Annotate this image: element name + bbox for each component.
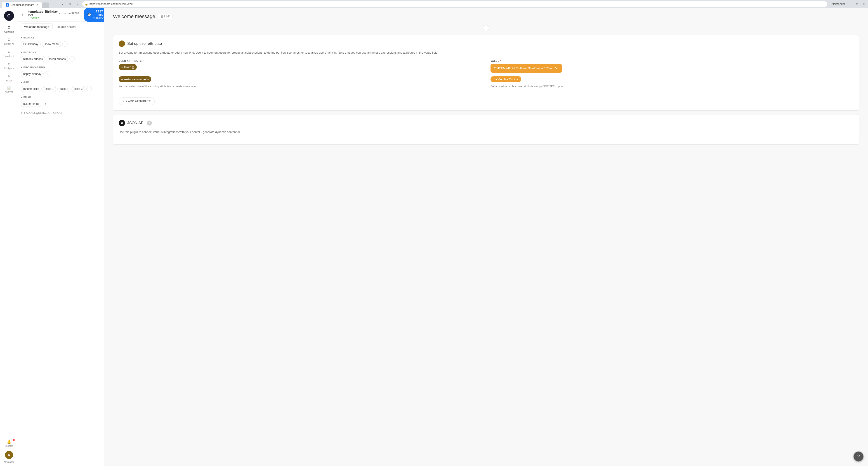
value1-tag[interactable]: 264219e7d1c9276d0bead94e40eabe7820ecd7ef (491, 64, 562, 72)
add-broadcast-btn[interactable]: + (45, 71, 51, 77)
sidebar-user-label: Alexander (4, 461, 14, 463)
browser-chrome: C Chatfuel dashboard ✕ ‹ › ↻ ⌂ 🔒 https:/… (0, 0, 868, 8)
value2-tag[interactable]: La Vecchia Cucina (491, 76, 521, 82)
sequences-panel: ▾ BLOCKS Set-Birthday show-menu + ▾ BUTT… (18, 32, 104, 466)
attr2-field-group: {{ restaurant-name }} You can select one… (119, 76, 482, 88)
attr1-tag[interactable]: {{ token }} (119, 64, 137, 70)
button-birthday-buttons[interactable]: birthday-buttons (21, 56, 45, 62)
email-chevron-icon: ▾ (21, 96, 22, 99)
grow-icon: ✎ (7, 74, 10, 79)
bot-name-row: templates_Birthday bot ▾ m.me/92786... (28, 10, 81, 17)
automate-icon: ⚙ (7, 25, 11, 30)
middle-panel: ‹ templates_Birthday bot ▾ m.me/92786...… (18, 8, 104, 466)
app-logo[interactable]: C (4, 11, 14, 21)
link-btn-label: LINK (164, 15, 170, 18)
link-btn[interactable]: ⛓ LINK (158, 14, 173, 19)
gif-random-cake[interactable]: random-cake (21, 86, 41, 92)
card-description: Set a value for an existing user attribu… (119, 51, 853, 55)
gif-cake-3[interactable]: cake-3 (72, 86, 85, 92)
json-api-icon: ◉ (119, 120, 125, 126)
chat-widget-icon: ? (857, 454, 860, 459)
sidebar-item-analyze-label: Analyze (5, 91, 13, 93)
window-controls: ─ □ ✕ (848, 2, 866, 6)
minimize-btn[interactable]: ─ (848, 2, 853, 6)
broadcasting-section-header[interactable]: ▾ BROADCASTING (21, 65, 101, 70)
sidebar-item-grow-label: Grow (6, 79, 12, 82)
card-divider (119, 92, 853, 92)
add-sequence-label: + ADD SEQUENCE OR GROUP (24, 111, 63, 114)
forward-browser-btn[interactable]: › (59, 1, 66, 7)
sidebar-item-broadcast-label: Broadcast (4, 55, 14, 57)
user-attr-icon: i (119, 40, 125, 47)
sidebar-item-broadcast[interactable]: ⚙ Broadcast (1, 48, 17, 59)
button-menu-buttons[interactable]: menu-buttons (46, 56, 68, 62)
gifs-chevron-icon: ▾ (21, 81, 22, 84)
add-attribute-btn[interactable]: + + ADD ATTRIBUTE (119, 97, 155, 105)
gifs-section-header[interactable]: ▾ GIFS (21, 80, 101, 85)
value2-field-group: La Vecchia Cucina Set any value or clear… (491, 76, 853, 88)
main-header: Welcome message ⛓ LINK (104, 8, 868, 23)
home-browser-btn[interactable]: ⌂ (74, 1, 80, 7)
email-section-header[interactable]: ▾ EMAIL (21, 94, 101, 100)
page-title: Welcome message (113, 13, 155, 20)
tab-welcome-message[interactable]: Welcome message (21, 24, 53, 30)
nav-tabs: Welcome message Default answer (18, 22, 104, 32)
broadcast-happy-birthday[interactable]: happy-birthday (21, 71, 43, 77)
block-set-birthday[interactable]: Set-Birthday (21, 41, 41, 47)
chat-widget-btn[interactable]: ? (854, 452, 864, 462)
blocks-chevron-icon: ▾ (21, 36, 22, 39)
app: C ⚙ Automate ⚙ Set Up AI ⚙ Broadcast ⚙ C… (0, 8, 868, 466)
user-attr-label: USER ATTRIBUTE * (119, 59, 482, 62)
sidebar-item-updates[interactable]: 🔔 Updates (1, 438, 17, 449)
add-content-btn[interactable]: + (483, 25, 489, 31)
value-hint: Set any value or clear user attribute us… (491, 85, 853, 88)
email-ask-for-email[interactable]: ask-for-email (21, 101, 41, 107)
add-attr-label: + ADD ATTRIBUTE (126, 99, 151, 103)
add-button-btn[interactable]: + (69, 56, 75, 61)
test-btn-icon: 💬 (88, 13, 91, 17)
blocks-section-header[interactable]: ▾ BLOCKS (21, 35, 101, 40)
inactive-tab[interactable] (42, 2, 49, 8)
sidebar-bottom: 🔔 Updates A Alexander (1, 438, 17, 463)
updates-icon: 🔔 (7, 440, 11, 444)
back-btn[interactable]: ‹ (22, 13, 23, 17)
gifs-items: random-cake cake-1 cake-2 cake-3 + (21, 85, 101, 93)
sidebar-item-automate[interactable]: ⚙ Automate (1, 24, 17, 35)
tab-label: Chatfuel dashboard (11, 3, 34, 6)
bot-info: templates_Birthday bot ▾ m.me/92786... ✓… (28, 10, 81, 20)
address-bar[interactable]: 🔒 https://dashboard.chatfuel.com/#/bot (82, 1, 828, 7)
add-email-btn[interactable]: + (43, 101, 48, 106)
gif-cake-2[interactable]: cake-2 (57, 86, 70, 92)
main-content: Welcome message ⛓ LINK + i Set up user a… (104, 8, 868, 466)
link-icon: ⛓ (160, 15, 163, 18)
browser-tabs: C Chatfuel dashboard ✕ (2, 0, 49, 8)
buttons-section-header[interactable]: ▾ BUTTONS (21, 50, 101, 55)
tab-default-answer[interactable]: Default answer (53, 24, 80, 30)
add-gif-btn[interactable]: + (86, 86, 92, 91)
gifs-header-label: GIFS (24, 81, 30, 84)
user-avatar[interactable]: A (5, 451, 13, 459)
active-tab[interactable]: C Chatfuel dashboard ✕ (2, 2, 42, 8)
sidebar-item-grow[interactable]: ✎ Grow (1, 72, 17, 84)
reload-browser-btn[interactable]: ↻ (66, 1, 73, 7)
json-api-help-btn[interactable]: ? (147, 121, 152, 125)
url-text: https://dashboard.chatfuel.com/#/bot (90, 2, 133, 6)
value-field-group: VALUE * 264219e7d1c9276d0bead94e40eabe78… (491, 59, 853, 72)
add-attr-icon: + (123, 99, 124, 103)
broadcasting-items: happy-birthday + (21, 70, 101, 78)
back-browser-btn[interactable]: ‹ (52, 1, 58, 7)
sidebar-item-configure-label: Configure (4, 67, 14, 70)
tab-close[interactable]: ✕ (36, 3, 38, 6)
bot-dropdown-icon[interactable]: ▾ (59, 12, 60, 15)
sidebar-item-configure[interactable]: ⚙ Configure (1, 60, 17, 71)
maximize-btn[interactable]: □ (855, 2, 860, 6)
add-block-btn[interactable]: + (62, 41, 68, 47)
add-sequence-btn[interactable]: + + ADD SEQUENCE OR GROUP (21, 110, 101, 116)
sidebar-item-analyze[interactable]: 📊 Analyze (1, 85, 17, 95)
attr2-tag[interactable]: {{ restaurant-name }} (119, 76, 151, 82)
sidebar-item-setup-ai[interactable]: ⚙ Set Up AI (1, 36, 17, 47)
gif-cake-1[interactable]: cake-1 (43, 86, 56, 92)
block-show-menu[interactable]: show-menu (42, 41, 61, 47)
close-btn[interactable]: ✕ (861, 2, 866, 6)
add-sequence-icon: + (21, 111, 22, 114)
